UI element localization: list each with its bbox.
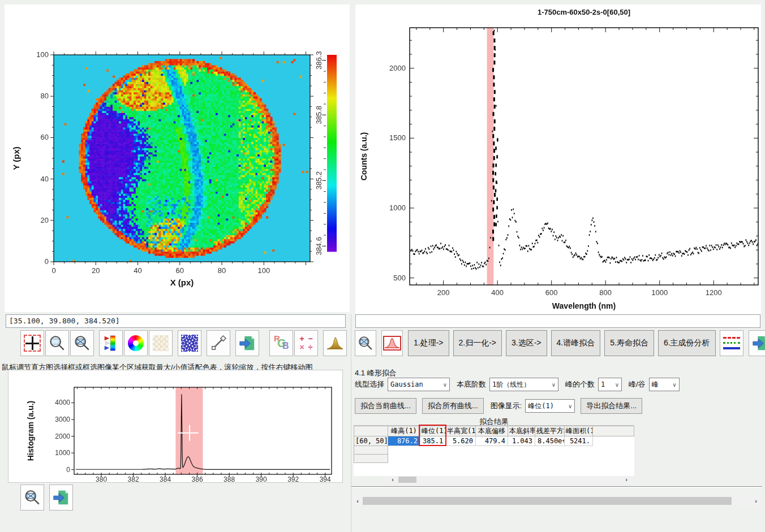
histogram-toolbar: [20, 485, 74, 511]
table-scrollbar[interactable]: ‹ ›: [389, 476, 630, 483]
analysis-export-button[interactable]: [749, 330, 765, 356]
cell-peak-area[interactable]: 5241.: [565, 436, 593, 446]
export-fit-results-button[interactable]: 导出拟合结果...: [581, 398, 642, 414]
fit-current-curve-button[interactable]: 拟合当前曲线...: [355, 398, 416, 414]
texture-button[interactable]: [149, 330, 173, 356]
cell-residual[interactable]: 8.450e+04: [535, 436, 565, 446]
interference-pattern-icon: [181, 335, 198, 352]
application-window: [35.100, 39.800, 384.520]: [0, 0, 765, 532]
zoom-reset-button[interactable]: [70, 330, 94, 356]
zoom-reset-icon: [74, 335, 91, 352]
peak-count-label: 峰的个数: [565, 378, 595, 391]
curve-styles-button[interactable]: [720, 330, 743, 356]
col-peak-area[interactable]: 峰面积(1): [565, 426, 593, 436]
step-button-process[interactable]: 1.处理->: [408, 330, 449, 356]
row-header-empty: [354, 455, 388, 463]
scroll-left-arrow[interactable]: ‹: [354, 498, 362, 505]
display-map-label: 图像显示:: [491, 399, 522, 413]
peak-valley-label: 峰/谷: [629, 378, 646, 391]
export-image-button[interactable]: [235, 330, 259, 356]
panel-scrollbar[interactable]: ‹ ›: [354, 496, 760, 505]
table-row[interactable]: [60, 50] 876.2 385.1 5.620 479.4 1.043 8…: [354, 436, 634, 446]
scroll-right-arrow[interactable]: ›: [752, 498, 760, 505]
surface-3d-button[interactable]: [323, 330, 347, 356]
fit-options-row: 线型选择 Gaussian∨ 本底阶数 1阶（线性）∨ 峰的个数 1∨ 峰/谷 …: [355, 378, 680, 391]
scrollbar-thumb[interactable]: [398, 477, 416, 483]
math-operations-icon: +−×÷: [298, 335, 315, 352]
row-header[interactable]: [60, 50]: [354, 436, 388, 446]
export-icon: [53, 489, 70, 506]
color-wheel-button[interactable]: [124, 330, 148, 356]
peak-count-select[interactable]: 1∨: [598, 378, 622, 391]
fit-results-table[interactable]: 峰高(1) 峰位(1) 半高宽(1) 本底偏移 本底斜率 残差平方和 峰面积(1…: [354, 426, 634, 463]
zoom-select-icon: [49, 335, 66, 352]
rgb-channels-button[interactable]: RGB: [269, 330, 293, 356]
col-baseline-slope[interactable]: 本底斜率: [508, 426, 535, 436]
table-header-row: 峰高(1) 峰位(1) 半高宽(1) 本底偏移 本底斜率 残差平方和 峰面积(1…: [354, 426, 634, 436]
baseline-order-select[interactable]: 1阶（线性）∨: [489, 378, 558, 391]
fit-all-curves-button[interactable]: 拟合所有曲线...: [422, 398, 484, 414]
cell-baseline-slope[interactable]: 1.043: [508, 436, 535, 446]
math-operations-button[interactable]: +−×÷: [294, 330, 318, 356]
cell-fwhm[interactable]: 5.620: [446, 436, 476, 446]
interference-pattern-button[interactable]: [178, 330, 201, 356]
rgb-icon: RGB: [273, 335, 290, 352]
histogram-zoom-reset-button[interactable]: [20, 485, 44, 511]
wafer-map-plot[interactable]: [5, 5, 350, 312]
cell-filler: [593, 436, 634, 446]
image-toolbar: RGB +−×÷: [20, 330, 348, 356]
measure-button[interactable]: [207, 330, 230, 356]
step-button-peak-fit[interactable]: 4.谱峰拟合: [551, 330, 601, 356]
scrollbar-track[interactable]: [362, 496, 752, 505]
cursor-position-readout: [35.100, 39.800, 384.520]: [6, 314, 346, 328]
colormap-button[interactable]: [99, 330, 123, 356]
step-button-lifetime-fit[interactable]: 5.寿命拟合: [604, 330, 654, 356]
col-peak-position[interactable]: 峰位(1): [420, 426, 446, 436]
scrollbar-track[interactable]: [397, 476, 622, 483]
chevron-down-icon: ∨: [443, 382, 447, 388]
col-residual[interactable]: 残差平方和: [535, 426, 565, 436]
measure-icon: [210, 335, 227, 352]
display-map-select[interactable]: 峰位(1)∨: [525, 399, 575, 413]
chevron-down-icon: ∨: [615, 382, 619, 388]
zoom-reset-icon: [24, 489, 41, 506]
histogram-plot[interactable]: [8, 370, 343, 483]
col-baseline-offset[interactable]: 本底偏移: [476, 426, 508, 436]
line-type-select[interactable]: Gaussian∨: [388, 378, 450, 391]
zoom-select-button[interactable]: [45, 330, 69, 356]
panel-separator: [351, 314, 351, 532]
histogram-export-button[interactable]: [49, 485, 73, 511]
step-button-region[interactable]: 3.选区->: [506, 330, 547, 356]
cell-peak-position[interactable]: 385.1: [420, 436, 446, 446]
crosshair-tool-button[interactable]: [20, 330, 44, 356]
scroll-left-arrow[interactable]: ‹: [389, 476, 397, 483]
col-fwhm[interactable]: 半高宽(1): [446, 426, 476, 436]
colormap-icon: [102, 335, 119, 352]
scrollbar-thumb[interactable]: [363, 497, 732, 505]
cell-peak-height[interactable]: 876.2: [388, 436, 420, 446]
peak-valley-select[interactable]: 峰∨: [649, 378, 680, 391]
right-status-box: [355, 314, 760, 328]
spectrum-plot[interactable]: [355, 5, 761, 314]
corner-cell: [354, 426, 388, 436]
col-peak-height[interactable]: 峰高(1): [388, 426, 420, 436]
analysis-toolbar: 1.处理-> 2.归一化-> 3.选区-> 4.谱峰拟合 5.寿命拟合 6.主成…: [355, 330, 765, 356]
scroll-right-arrow[interactable]: ›: [622, 476, 630, 483]
chevron-down-icon: ∨: [568, 403, 572, 409]
peak-fit-mode-button[interactable]: [381, 330, 403, 356]
col-filler: [593, 426, 634, 436]
color-wheel-icon: [128, 335, 144, 351]
chevron-down-icon: ∨: [672, 382, 676, 388]
fit-section-title: 4.1 峰形拟合: [355, 368, 397, 378]
crosshair-icon: [24, 335, 41, 352]
spectrum-zoom-reset-button[interactable]: [355, 330, 376, 356]
export-icon: [239, 335, 256, 352]
cell-baseline-offset[interactable]: 479.4: [476, 436, 508, 446]
step-button-pca[interactable]: 6.主成份分析: [658, 330, 716, 356]
baseline-order-label: 本底阶数: [457, 378, 486, 391]
step-button-normalize[interactable]: 2.归一化->: [453, 330, 502, 356]
surface-3d-icon: [326, 335, 344, 352]
chevron-down-icon: ∨: [552, 382, 556, 388]
table-empty-row: [354, 455, 634, 463]
fit-actions-row: 拟合当前曲线... 拟合所有曲线... 图像显示: 峰位(1)∨ 导出拟合结果.…: [355, 398, 642, 414]
